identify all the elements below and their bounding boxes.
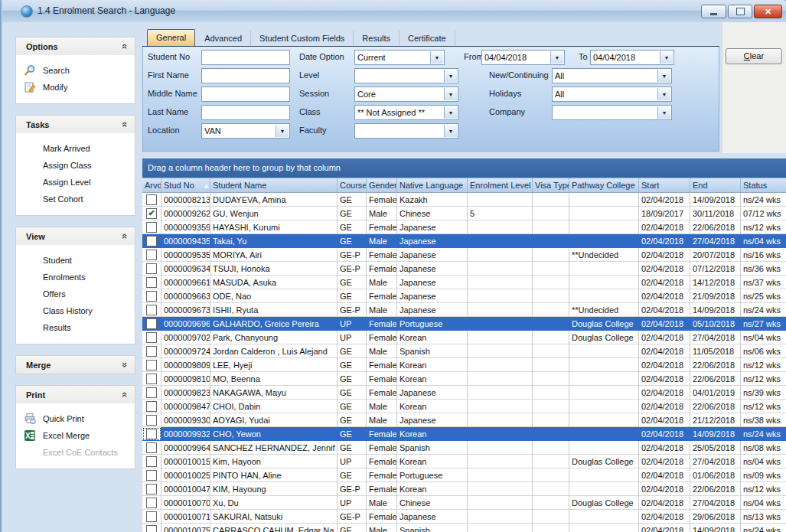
column-header-student-name[interactable]: Student Name xyxy=(210,178,338,193)
table-row[interactable]: 0000009702Park, ChanyoungUPFemaleKoreanD… xyxy=(142,331,786,344)
sidebar-item-results[interactable]: Results xyxy=(16,319,135,336)
table-row[interactable]: 0000010070Xu, DuUPMaleChineseDouglas Col… xyxy=(142,496,786,510)
sidebar-item-mark-arrived[interactable]: Mark Arrived xyxy=(16,140,135,157)
sidebar-item-student[interactable]: Student xyxy=(16,252,135,269)
column-header-course[interactable]: Course xyxy=(338,178,367,193)
arrived-checkbox[interactable] xyxy=(146,291,157,302)
from-dropdown-arrow-icon[interactable]: ▼ xyxy=(550,51,563,64)
dropdown-arrow-icon[interactable]: ▼ xyxy=(430,51,443,64)
tab-general[interactable]: General xyxy=(147,29,195,46)
collapse-chevron-icon[interactable]: « xyxy=(119,122,131,127)
table-row[interactable]: 0000009809LEE, HyejiGEFemaleKorean02/04/… xyxy=(142,358,786,372)
table-row[interactable]: 0000009663ODE, NaoGEFemaleJapanese02/04/… xyxy=(142,289,786,303)
titlebar[interactable]: 1.4 Enrolment Search - Language ✕ xyxy=(0,0,786,23)
sidebar-item-offers[interactable]: Offers xyxy=(16,286,135,302)
sidebar-item-assign-class[interactable]: Assign Class xyxy=(16,157,135,174)
arrived-checkbox[interactable] xyxy=(146,415,157,426)
dropdown-arrow-icon[interactable]: ▼ xyxy=(276,125,289,137)
table-row[interactable]: 0000009696GALHARDO, Greice PereiraUPFema… xyxy=(142,317,786,331)
arrived-checkbox[interactable] xyxy=(146,236,157,246)
sidebar-section-header-view[interactable]: View« xyxy=(16,227,135,245)
holidays-combo[interactable]: All▼ xyxy=(552,86,672,102)
expand-chevron-icon[interactable]: » xyxy=(119,362,131,367)
arrived-checkbox[interactable] xyxy=(146,387,157,398)
sidebar-section-header-tasks[interactable]: Tasks« xyxy=(16,116,135,133)
arrived-checkbox[interactable] xyxy=(146,360,157,370)
arrived-checkbox[interactable] xyxy=(146,277,157,288)
table-row[interactable]: 0000009932CHO, YewonGEFemaleKorean02/04/… xyxy=(142,427,786,441)
maximize-button[interactable] xyxy=(728,5,752,18)
sidebar-item-excel-merge[interactable]: XExcel Merge xyxy=(16,427,135,444)
table-row[interactable]: 0000009673ISHII, RyutaGE-PMaleJapanese**… xyxy=(142,303,786,317)
tab-student-custom-fields[interactable]: Student Custom Fields xyxy=(251,31,354,46)
sidebar-item-search[interactable]: Search xyxy=(16,62,135,79)
arrived-checkbox[interactable] xyxy=(146,498,157,508)
table-row[interactable]: 0000010025PINTO HAN, AlineGEFemalePortug… xyxy=(142,468,786,482)
to-date-combo[interactable]: 04/04/2018 ▼ xyxy=(590,50,674,65)
column-header-gender[interactable]: Gender xyxy=(367,178,397,193)
collapse-chevron-icon[interactable]: « xyxy=(119,233,131,239)
sidebar-item-class-history[interactable]: Class History xyxy=(16,302,135,319)
sidebar-item-enrolments[interactable]: Enrolments xyxy=(16,269,135,286)
table-row[interactable]: ✔0000009262GU, WenjunGEMaleChinese518/09… xyxy=(142,207,786,220)
new-continuing-combo[interactable]: All▼ xyxy=(552,68,672,83)
close-button[interactable]: ✕ xyxy=(754,5,782,18)
column-header-native-language[interactable]: Native Language xyxy=(397,178,468,193)
arrived-checkbox[interactable] xyxy=(146,484,157,494)
sidebar-item-quick-print[interactable]: Quick Print xyxy=(16,410,135,427)
arrived-checkbox[interactable] xyxy=(146,374,157,384)
table-row[interactable]: 0000009964SANCHEZ HERNANDEZ, JennifGEFem… xyxy=(142,441,786,455)
table-row[interactable]: 0000010047KIM, HayoungGE-PFemaleKorean02… xyxy=(142,482,786,496)
arrived-checkbox[interactable] xyxy=(146,456,157,467)
arrived-checkbox[interactable] xyxy=(146,525,157,532)
minimize-button[interactable] xyxy=(701,5,726,18)
arrived-checkbox[interactable] xyxy=(146,511,157,522)
arrived-checkbox[interactable] xyxy=(146,429,157,439)
sidebar-item-assign-level[interactable]: Assign Level xyxy=(16,174,135,191)
company-combo[interactable]: ▼ xyxy=(552,105,672,120)
column-header-end[interactable]: End xyxy=(690,178,741,193)
arrived-checkbox[interactable] xyxy=(146,263,157,274)
arrived-checkbox[interactable] xyxy=(146,442,157,453)
column-header-pathway-college[interactable]: Pathway College xyxy=(569,178,639,193)
arrived-checkbox[interactable] xyxy=(146,346,157,357)
table-row[interactable]: 0000009930AOYAGI, YudaiGEMaleJapanese02/… xyxy=(142,413,786,427)
dropdown-arrow-icon[interactable]: ▼ xyxy=(444,70,457,82)
column-header-enrolment-level[interactable]: Enrolment Level xyxy=(468,178,533,193)
column-header-status[interactable]: Status xyxy=(741,178,786,193)
arrived-checkbox[interactable] xyxy=(146,332,157,343)
arrived-checkbox[interactable] xyxy=(146,470,157,481)
collapse-chevron-icon[interactable]: « xyxy=(119,392,131,397)
first-name-input[interactable] xyxy=(201,68,290,83)
sidebar-item-modify[interactable]: Modify xyxy=(16,79,135,96)
middle-name-input[interactable] xyxy=(201,86,290,102)
dropdown-arrow-icon[interactable]: ▼ xyxy=(444,106,457,119)
group-by-bar[interactable]: Drag a column header here to group by th… xyxy=(142,158,786,178)
table-row[interactable]: 0000009359HAYASHI, KurumiGEFemaleJapanes… xyxy=(142,220,786,234)
column-header-visa-type[interactable]: Visa Type xyxy=(533,178,569,193)
table-row[interactable]: 0000009535MORIYA, AiriGE-PFemaleJapanese… xyxy=(142,248,786,262)
collapse-chevron-icon[interactable]: « xyxy=(119,44,131,49)
column-header-stud-no[interactable]: Stud No xyxy=(161,178,210,193)
dropdown-arrow-icon[interactable]: ▼ xyxy=(444,88,457,100)
sidebar-section-header-merge[interactable]: Merge» xyxy=(16,356,135,374)
column-header-start[interactable]: Start xyxy=(639,178,690,193)
column-header-arvd[interactable]: Arvd xyxy=(142,178,161,193)
arrived-checkbox[interactable] xyxy=(146,222,157,233)
dropdown-arrow-icon[interactable]: ▼ xyxy=(657,70,670,82)
table-row[interactable]: 0000009661MASUDA, AsukaGEMaleJapanese02/… xyxy=(142,276,786,289)
session-combo[interactable]: Core▼ xyxy=(354,86,458,102)
sidebar-section-header-print[interactable]: Print« xyxy=(16,386,135,403)
location-combo[interactable]: VAN▼ xyxy=(201,123,290,139)
table-row[interactable]: 0000009724Jordan Calderon , Luis Alejand… xyxy=(142,344,786,358)
level-combo[interactable]: ▼ xyxy=(354,68,458,83)
date-option-combo[interactable]: Current▼ xyxy=(354,50,445,65)
student-no-input[interactable] xyxy=(201,50,290,65)
faculty-combo[interactable]: ▼ xyxy=(354,123,458,139)
sidebar-item-set-cohort[interactable]: Set Cohort xyxy=(16,191,135,207)
arrived-checkbox[interactable] xyxy=(146,305,157,315)
arrived-checkbox[interactable] xyxy=(146,194,157,205)
dropdown-arrow-icon[interactable]: ▼ xyxy=(657,106,670,119)
tab-results[interactable]: Results xyxy=(354,31,400,46)
table-row[interactable]: 0000010015Kim, HayoonUPFemaleKoreanDougl… xyxy=(142,455,786,468)
